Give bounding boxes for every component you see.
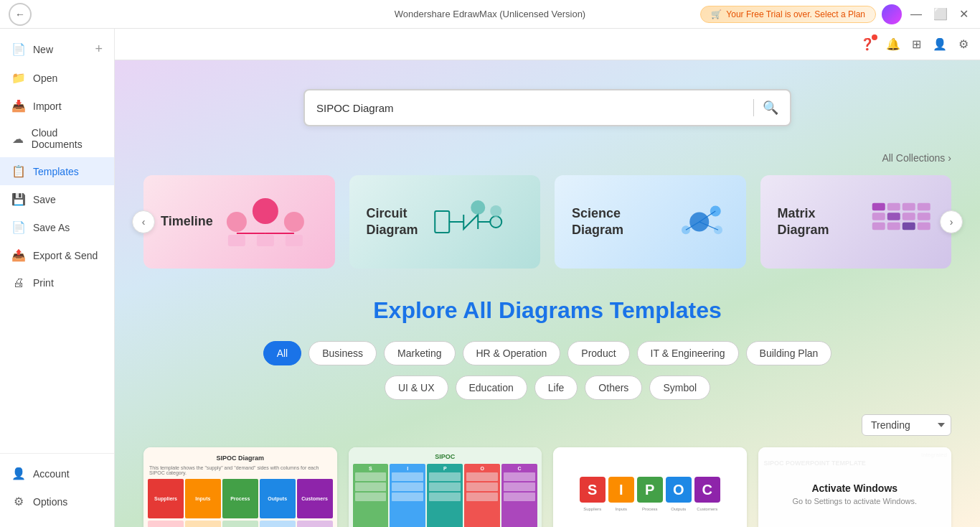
avatar[interactable] [882, 4, 902, 24]
card-label-circuit: CircuitDiagram [367, 205, 418, 239]
settings-icon[interactable]: ⚙ [958, 37, 969, 51]
filter-tab-life[interactable]: Life [534, 376, 578, 400]
sidebar-item-open[interactable]: 📁 Open [0, 64, 114, 92]
carousel-container: ‹ Timeline [143, 175, 951, 269]
sidebar: 📄 New + 📁 Open 📥 Import ☁ Cloud Document… [0, 29, 115, 527]
circuit-illustration [418, 193, 523, 251]
search-button[interactable]: 🔍 [763, 100, 778, 116]
collections-header: All Collections › [143, 152, 951, 164]
maximize-button[interactable]: ⬜ [930, 4, 951, 24]
back-button[interactable]: ← [9, 3, 32, 26]
filter-tab-it[interactable]: IT & Engineering [637, 341, 739, 365]
sidebar-item-new[interactable]: 📄 New + [0, 34, 114, 64]
card-label-science: ScienceDiagram [572, 205, 623, 239]
filter-tab-uiux[interactable]: UI & UX [385, 376, 448, 400]
save-icon: 💾 [11, 192, 26, 206]
filter-tab-marketing[interactable]: Marketing [384, 341, 455, 365]
sidebar-item-import[interactable]: 📥 Import [0, 92, 114, 120]
sidebar-label-cloud: Cloud Documents [32, 127, 103, 150]
filter-tab-business[interactable]: Business [308, 341, 377, 365]
print-icon: 🖨 [11, 276, 26, 289]
template-grid: SIPOC Diagram This template shows the "s… [143, 447, 951, 527]
sidebar-label-account: Account [33, 468, 70, 480]
carousel-card-circuit[interactable]: CircuitDiagram [349, 175, 541, 269]
svg-rect-22 [887, 203, 900, 211]
carousel-next-button[interactable]: › [940, 210, 963, 233]
all-collections-link[interactable]: All Collections › [882, 152, 951, 164]
help-icon[interactable]: ❓ [860, 37, 875, 51]
filter-tab-hr[interactable]: HR & Operation [463, 341, 561, 365]
sidebar-item-options[interactable]: ⚙ Options [0, 488, 114, 516]
search-container: 🔍 [143, 89, 951, 126]
templates-icon: 📋 [11, 164, 26, 178]
export-icon: 📤 [11, 248, 26, 262]
trial-banner[interactable]: 🛒 Your Free Trial is over. Select a Plan [700, 6, 876, 23]
sidebar-label-open: Open [33, 73, 57, 84]
sidebar-item-print[interactable]: 🖨 Print [0, 269, 114, 297]
svg-rect-26 [887, 213, 900, 220]
sidebar-item-account[interactable]: 👤 Account [0, 460, 114, 488]
search-divider [753, 99, 754, 116]
svg-point-11 [490, 216, 501, 228]
close-button[interactable]: ✕ [956, 4, 971, 24]
sidebar-label-export: Export & Send [33, 250, 98, 261]
sidebar-item-save[interactable]: 💾 Save [0, 185, 114, 213]
svg-rect-31 [903, 223, 915, 230]
grid-icon[interactable]: ⊞ [912, 37, 921, 51]
card-label-timeline: Timeline [161, 213, 213, 230]
sidebar-nav: 📄 New + 📁 Open 📥 Import ☁ Cloud Document… [0, 29, 114, 453]
matrix-illustration [870, 197, 934, 247]
card-label-matrix: MatrixDiagram [778, 205, 829, 239]
svg-point-13 [490, 205, 501, 217]
import-icon: 📥 [11, 99, 26, 113]
filter-tab-symbol[interactable]: Symbol [649, 376, 710, 400]
template-card-sipoc4[interactable]: Integrated SIPOC POWERPOINT TEMPLATE Act… [758, 447, 952, 527]
svg-point-0 [227, 212, 247, 232]
filter-tab-education[interactable]: Education [456, 376, 527, 400]
sidebar-label-print: Print [33, 277, 54, 289]
carousel-card-matrix[interactable]: MatrixDiagram [760, 175, 952, 269]
sidebar-label-new: New [33, 44, 53, 55]
sidebar-bottom: 👤 Account ⚙ Options [0, 453, 114, 527]
carousel-card-science[interactable]: ScienceDiagram [555, 175, 746, 269]
filter-tab-product[interactable]: Product [567, 341, 629, 365]
svg-rect-29 [872, 223, 885, 230]
svg-rect-7 [286, 235, 303, 246]
open-icon: 📁 [11, 71, 26, 85]
toolbar: ❓ 🔔 ⊞ 👤 ⚙ [115, 29, 980, 60]
chevron-right-icon: › [948, 152, 951, 164]
search-input[interactable] [316, 102, 745, 114]
svg-rect-27 [903, 213, 915, 220]
cart-icon: 🛒 [711, 9, 722, 19]
account-icon: 👤 [11, 467, 26, 480]
template-card-sipoc2[interactable]: SIPOC S I [349, 447, 542, 527]
sidebar-item-export[interactable]: 📤 Export & Send [0, 241, 114, 269]
main-content: 🔍 All Collections › ‹ Timeline [115, 60, 980, 527]
titlebar: ← Wondershare EdrawMax (Unlicensed Versi… [0, 0, 980, 29]
filter-tabs-row2: UI & UX Education Life Others Symbol [143, 376, 951, 400]
svg-rect-8 [435, 211, 449, 233]
template-card-sipoc3[interactable]: S I P O C Suppliers Inputs Process Outpu… [553, 447, 747, 527]
filter-tab-building[interactable]: Building Plan [746, 341, 832, 365]
notification-icon[interactable]: 🔔 [886, 37, 900, 51]
science-illustration [664, 197, 729, 247]
sidebar-item-saveas[interactable]: 📄 Save As [0, 213, 114, 241]
plus-icon: + [95, 42, 103, 57]
carousel-track: Timeline CircuitDiagram [143, 175, 951, 269]
user-icon[interactable]: 👤 [933, 37, 947, 51]
template-card-sipoc1[interactable]: SIPOC Diagram This template shows the "s… [143, 447, 337, 527]
svg-rect-32 [918, 223, 930, 230]
explore-title: Explore All Diagrams Templates [143, 297, 951, 324]
filter-tab-all[interactable]: All [263, 341, 302, 365]
sidebar-item-templates[interactable]: 📋 Templates [0, 157, 114, 185]
options-icon: ⚙ [11, 495, 26, 508]
minimize-button[interactable]: — [908, 5, 925, 24]
sort-select[interactable]: Trending Newest Most Popular [862, 414, 951, 436]
filter-tab-others[interactable]: Others [585, 376, 642, 400]
filter-tabs-row1: All Business Marketing HR & Operation Pr… [143, 341, 951, 365]
carousel-card-timeline[interactable]: Timeline [143, 175, 335, 269]
carousel-prev-button[interactable]: ‹ [132, 210, 155, 233]
sidebar-label-options: Options [33, 496, 67, 508]
svg-rect-30 [887, 223, 900, 230]
sidebar-item-cloud[interactable]: ☁ Cloud Documents [0, 120, 114, 157]
